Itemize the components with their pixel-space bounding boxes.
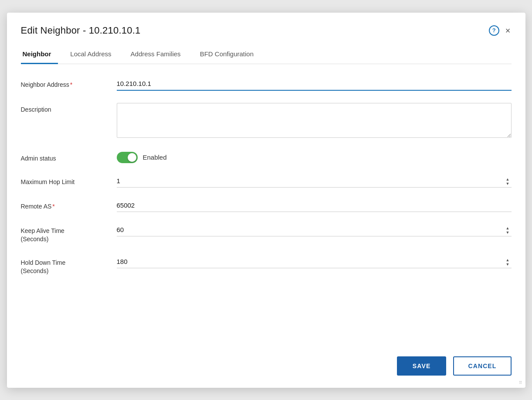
toggle-row: Enabled [117,152,512,163]
keep-alive-input[interactable] [117,224,512,236]
admin-status-control: Enabled [117,152,512,163]
keep-alive-up-arrow[interactable]: ▲ [506,226,510,230]
neighbor-address-input[interactable] [117,78,512,91]
toggle-label: Enabled [143,154,167,161]
help-icon[interactable]: ? [489,25,499,36]
keep-alive-label: Keep Alive Time (Seconds) [21,224,117,244]
description-label: Description [21,103,117,114]
resize-handle: ⠿ [519,381,522,385]
neighbor-address-label: Neighbor Address* [21,78,117,89]
tab-bfd-configuration[interactable]: BFD Configuration [198,45,261,64]
max-hop-limit-arrows[interactable]: ▲ ▼ [506,177,510,185]
keep-alive-arrows[interactable]: ▲ ▼ [506,226,510,234]
neighbor-address-control [117,78,512,91]
hold-down-down-arrow[interactable]: ▼ [506,262,510,266]
admin-status-label: Admin status [21,152,117,163]
cancel-button[interactable]: CANCEL [453,356,511,376]
max-hop-limit-row: Maximum Hop Limit ▲ ▼ [21,175,512,188]
max-hop-limit-control: ▲ ▼ [117,175,512,188]
admin-status-row: Admin status Enabled [21,152,512,163]
dialog-footer: SAVE CANCEL [7,348,525,388]
remote-as-control [117,200,512,212]
hold-down-arrows[interactable]: ▲ ▼ [506,258,510,266]
header-actions: ? × [489,25,512,36]
max-hop-limit-up-arrow[interactable]: ▲ [506,177,510,181]
dialog-title: Edit Neighbor - 10.210.10.1 [21,25,141,36]
max-hop-limit-spinner-wrap: ▲ ▼ [117,175,512,188]
remote-as-input[interactable] [117,200,512,212]
remote-as-label: Remote AS* [21,200,117,211]
hold-down-control: ▲ ▼ [117,256,512,268]
hold-down-up-arrow[interactable]: ▲ [506,258,510,262]
admin-status-toggle[interactable] [117,152,138,163]
tab-address-families[interactable]: Address Families [129,45,188,64]
tab-local-address[interactable]: Local Address [68,45,118,64]
tab-bar: Neighbor Local Address Address Families … [21,45,512,64]
description-control [117,103,512,140]
max-hop-limit-label: Maximum Hop Limit [21,175,117,187]
hold-down-spinner-wrap: ▲ ▼ [117,256,512,268]
max-hop-limit-input[interactable] [117,175,512,188]
keep-alive-row: Keep Alive Time (Seconds) ▲ ▼ [21,224,512,244]
neighbor-address-row: Neighbor Address* [21,78,512,91]
keep-alive-spinner-wrap: ▲ ▼ [117,224,512,236]
tab-neighbor[interactable]: Neighbor [21,45,58,64]
toggle-slider [117,152,138,163]
description-input[interactable] [117,103,512,138]
keep-alive-control: ▲ ▼ [117,224,512,236]
close-icon[interactable]: × [505,25,512,36]
save-button[interactable]: SAVE [397,356,447,376]
dialog-body: Neighbor Address* Description Admin stat… [7,64,525,348]
required-star: * [70,81,72,88]
hold-down-input[interactable] [117,256,512,268]
keep-alive-down-arrow[interactable]: ▼ [506,230,510,234]
max-hop-limit-down-arrow[interactable]: ▼ [506,181,510,185]
required-star-remote-as: * [52,203,54,210]
hold-down-label: Hold Down Time (Seconds) [21,256,117,276]
hold-down-row: Hold Down Time (Seconds) ▲ ▼ [21,256,512,276]
remote-as-row: Remote AS* [21,200,512,212]
dialog-header: Edit Neighbor - 10.210.10.1 ? × [7,13,525,36]
edit-neighbor-dialog: Edit Neighbor - 10.210.10.1 ? × Neighbor… [7,13,525,388]
description-row: Description [21,103,512,140]
